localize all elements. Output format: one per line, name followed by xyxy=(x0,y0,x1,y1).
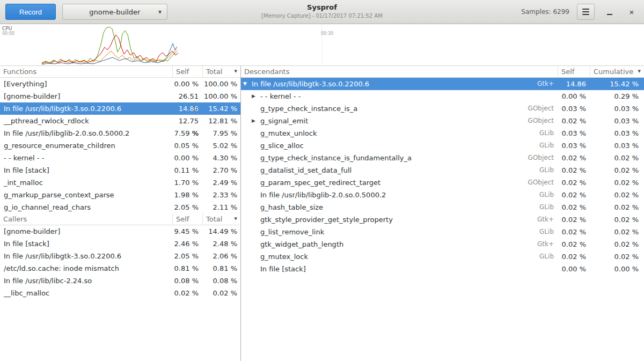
descendant-row[interactable]: g_type_check_instance_is_a GObject 0.03 … xyxy=(241,102,644,115)
record-button[interactable]: Record xyxy=(5,4,56,20)
expander-icon[interactable] xyxy=(252,189,260,201)
caller-row[interactable]: __libc_malloc 0.02 % 0.02 % xyxy=(0,287,240,299)
descendant-row[interactable]: g_type_check_instance_is_fundamentally_a… xyxy=(241,152,644,164)
function-row[interactable]: [gnome-builder] 26.51 % 100.00 % xyxy=(0,90,240,102)
expander-icon[interactable] xyxy=(252,201,260,213)
expander-icon[interactable]: ▶ xyxy=(252,115,260,127)
callers-header: Callers Self Total ▼ xyxy=(0,213,240,225)
total-percent: 0.02 % xyxy=(203,287,240,299)
column-header-self[interactable]: Self xyxy=(173,213,203,225)
function-name: - - kernel - - xyxy=(260,90,554,102)
caller-row[interactable]: In file /usr/lib/libc-2.24.so 0.08 % 0.0… xyxy=(0,275,240,287)
column-header-cumulative[interactable]: Cumulative ▼ xyxy=(590,66,644,77)
function-row[interactable]: g_markup_parse_context_parse 1.98 % 2.33… xyxy=(0,189,240,201)
function-row[interactable]: In file [stack] 0.11 % 2.70 % xyxy=(0,164,240,176)
category-label: GLib xyxy=(539,189,558,201)
descendant-row[interactable]: g_hash_table_size GLib 0.02 % 0.02 % xyxy=(241,201,644,213)
descendant-row[interactable]: In file [stack] 0.00 % 0.00 % xyxy=(241,263,644,275)
descendant-row[interactable]: g_list_remove_link GLib 0.02 % 0.02 % xyxy=(241,226,644,238)
expander-icon[interactable] xyxy=(252,213,260,226)
total-percent: 0.81 % xyxy=(203,262,240,275)
self-percent: 0.02 % xyxy=(558,164,590,176)
descendants-header: Descendants Self Cumulative ▼ xyxy=(241,66,644,78)
close-button[interactable]: × xyxy=(625,5,639,19)
self-percent: 9.45 % xyxy=(173,225,203,238)
minimize-icon xyxy=(607,14,612,15)
function-row[interactable]: g_io_channel_read_chars 2.05 % 2.11 % xyxy=(0,201,240,213)
function-row[interactable]: In file /usr/lib/libgtk-3.so.0.2200.6 14… xyxy=(0,102,240,115)
menu-button[interactable] xyxy=(577,4,595,20)
minimize-button[interactable] xyxy=(603,5,617,19)
expander-icon[interactable] xyxy=(252,226,260,238)
category-label xyxy=(554,263,558,275)
total-percent: 15.42 % xyxy=(203,102,240,115)
expander-icon[interactable]: ▶ xyxy=(252,90,260,102)
function-name: g_type_check_instance_is_fundamentally_a xyxy=(260,152,528,164)
column-header-self[interactable]: Self xyxy=(173,66,203,77)
expander-icon[interactable] xyxy=(252,102,260,115)
self-percent: 2.05 % xyxy=(173,250,203,262)
column-header-total[interactable]: Total ▼ xyxy=(203,66,240,77)
expander-icon[interactable] xyxy=(252,176,260,189)
cumulative-percent: 0.00 % xyxy=(590,263,644,275)
expander-icon[interactable] xyxy=(252,127,260,139)
column-header-callers[interactable]: Callers xyxy=(0,213,173,225)
self-percent: 7.59 % xyxy=(173,127,203,139)
self-percent: 0.02 % xyxy=(558,189,590,201)
function-row[interactable]: [Everything] 0.00 % 100.00 % xyxy=(0,78,240,90)
expander-icon[interactable] xyxy=(252,238,260,250)
descendant-row[interactable]: In file /usr/lib/libglib-2.0.so.0.5000.2… xyxy=(241,189,644,201)
function-row[interactable]: - - kernel - - 0.00 % 4.30 % xyxy=(0,152,240,164)
cumulative-percent: 0.02 % xyxy=(590,176,644,189)
function-name: gtk_style_provider_get_style_property xyxy=(260,213,537,226)
caller-row[interactable]: /etc/ld.so.cache: inode mismatch 0.81 % … xyxy=(0,262,240,275)
caller-row[interactable]: In file [stack] 2.46 % 2.48 % xyxy=(0,238,240,250)
expander-icon[interactable] xyxy=(252,164,260,176)
process-selector[interactable]: gnome-builder ▾ xyxy=(62,4,167,20)
function-name: __libc_malloc xyxy=(0,287,173,299)
descendant-row[interactable]: ▼ In file /usr/lib/libgtk-3.so.0.2200.6 … xyxy=(241,78,644,90)
hamburger-icon xyxy=(582,9,589,15)
function-name: In file /usr/lib/libgtk-3.so.0.2200.6 xyxy=(0,250,173,262)
cpu-timeline[interactable]: CPU 00:00 00:30 xyxy=(0,24,644,66)
descendant-row[interactable]: ▶ - - kernel - - 0.00 % 0.29 % xyxy=(241,90,644,102)
caller-row[interactable]: In file /usr/lib/libgtk-3.so.0.2200.6 2.… xyxy=(0,250,240,262)
total-percent: 14.49 % xyxy=(203,225,240,238)
function-row[interactable]: In file /usr/lib/libglib-2.0.so.0.5000.2… xyxy=(0,127,240,139)
descendant-row[interactable]: g_slice_alloc GLib 0.03 % 0.03 % xyxy=(241,139,644,152)
function-name: In file [stack] xyxy=(260,263,554,275)
descendant-row[interactable]: g_datalist_id_set_data_full GLib 0.02 % … xyxy=(241,164,644,176)
function-row[interactable]: __pthread_rwlock_rdlock 12.75 % 12.81 % xyxy=(0,115,240,127)
descendant-row[interactable]: g_mutex_lock GLib 0.02 % 0.02 % xyxy=(241,250,644,263)
function-name: g_mutex_unlock xyxy=(260,127,539,139)
self-percent: 0.03 % xyxy=(558,102,590,115)
function-name: g_signal_emit xyxy=(260,115,528,127)
column-header-self[interactable]: Self xyxy=(558,66,590,77)
descendant-row[interactable]: g_param_spec_get_redirect_target GObject… xyxy=(241,176,644,189)
function-name: In file [stack] xyxy=(0,164,173,176)
descendant-row[interactable]: g_mutex_unlock GLib 0.03 % 0.03 % xyxy=(241,127,644,139)
expander-icon[interactable] xyxy=(252,139,260,152)
column-header-total[interactable]: Total ▼ xyxy=(203,213,240,225)
function-name: g_param_spec_get_redirect_target xyxy=(260,176,528,189)
total-percent: 100.00 % xyxy=(203,90,240,102)
function-row[interactable]: _int_malloc 1.70 % 2.49 % xyxy=(0,176,240,189)
expander-icon[interactable]: ▼ xyxy=(243,78,252,90)
descendant-row[interactable]: gtk_widget_path_length Gtk+ 0.02 % 0.02 … xyxy=(241,238,644,250)
expander-icon[interactable] xyxy=(252,152,260,164)
descendant-row[interactable]: gtk_style_provider_get_style_property Gt… xyxy=(241,213,644,226)
function-row[interactable]: g_resource_enumerate_children 0.05 % 5.0… xyxy=(0,139,240,152)
caller-row[interactable]: [gnome-builder] 9.45 % 14.49 % xyxy=(0,225,240,238)
column-header-descendants[interactable]: Descendants xyxy=(241,66,558,77)
expander-icon[interactable] xyxy=(252,263,260,275)
self-percent: 0.02 % xyxy=(558,250,590,263)
total-percent: 2.70 % xyxy=(203,164,240,176)
descendant-row[interactable]: ▶ g_signal_emit GObject 0.02 % 0.03 % xyxy=(241,115,644,127)
close-icon: × xyxy=(630,8,634,17)
column-header-functions[interactable]: Functions xyxy=(0,66,173,77)
descendants-panel: Descendants Self Cumulative ▼ ▼ In file … xyxy=(241,66,644,361)
function-name: _int_malloc xyxy=(0,176,173,189)
expander-icon[interactable] xyxy=(252,250,260,263)
sort-indicator-icon: ▼ xyxy=(235,66,237,77)
self-percent: 0.05 % xyxy=(173,139,203,152)
